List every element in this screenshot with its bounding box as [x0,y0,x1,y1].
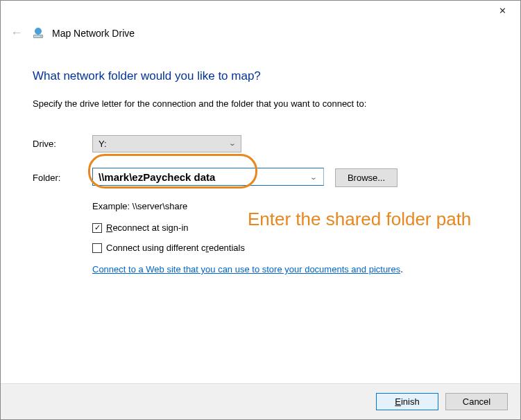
chevron-down-icon: ⌄ [309,173,317,181]
titlebar: ✕ [1,1,520,23]
diffcred-checkbox[interactable] [92,243,102,253]
reconnect-checkbox[interactable]: ✓ [92,223,102,233]
folder-value: \\mark\ezPaycheck data [99,171,215,183]
diffcred-checkbox-row: Connect using different credentials [92,243,493,253]
header-row: ← Map Network Drive [1,23,520,53]
diffcred-label: Connect using different credentials [106,243,245,253]
instruction-text: Specify the drive letter for the connect… [33,98,493,109]
link-row: Connect to a Web site that you can use t… [92,264,493,274]
drive-row: Drive: Y: ⌄ [33,135,493,152]
reconnect-checkbox-row: ✓ Reconnect at sign-in [92,222,493,233]
connect-website-link[interactable]: Connect to a Web site that you can use t… [92,264,400,274]
check-icon: ✓ [94,223,101,232]
folder-input[interactable]: \\mark\ezPaycheck data ⌄ [92,168,324,186]
drive-select[interactable]: Y: ⌄ [92,135,241,152]
content-area: What network folder would you like to ma… [1,53,520,274]
svg-point-0 [35,28,42,35]
drive-value: Y: [99,139,107,149]
main-heading: What network folder would you like to ma… [33,69,493,83]
folder-row: Folder: \\mark\ezPaycheck data ⌄ Browse.… [33,168,493,187]
back-arrow-icon: ← [10,26,23,40]
reconnect-label: Reconnect at sign-in [106,222,189,233]
network-drive-icon [31,26,45,40]
close-button[interactable]: ✕ [487,1,518,20]
chevron-down-icon: ⌄ [228,139,236,147]
svg-point-3 [40,35,42,37]
folder-label: Folder: [33,173,92,183]
dialog-title: Map Network Drive [52,28,135,39]
footer: Einish Cancel [1,383,520,419]
close-icon: ✕ [499,6,506,16]
browse-button[interactable]: Browse... [335,168,398,187]
example-text: Example: \\server\share [92,201,493,211]
cancel-button[interactable]: Cancel [445,393,508,410]
finish-button[interactable]: Einish [376,393,438,410]
dialog-window: ✕ ← Map Network Drive What network folde… [0,0,521,420]
drive-label: Drive: [33,139,92,149]
